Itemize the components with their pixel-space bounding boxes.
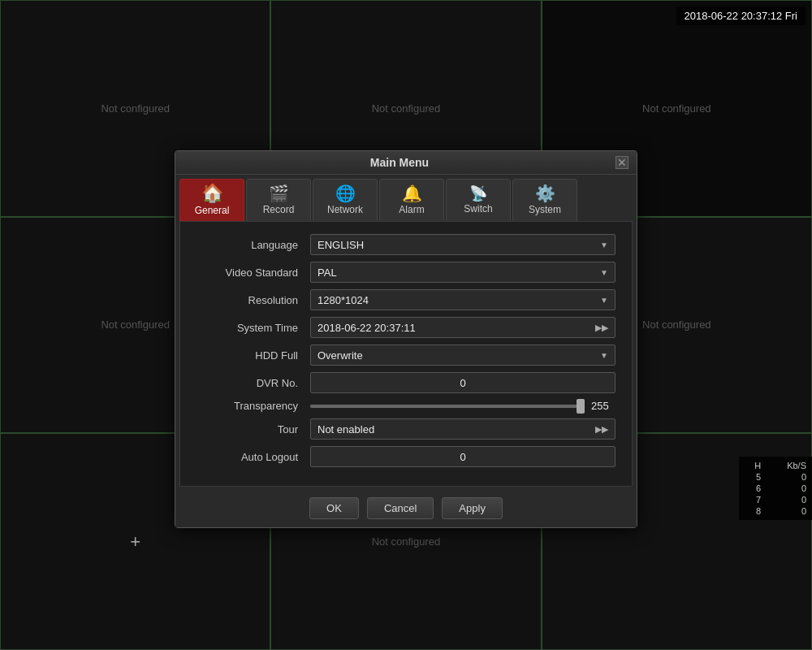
video-standard-dropdown[interactable]: PAL xyxy=(310,262,615,283)
stats-row-1-ch: 5 xyxy=(742,471,763,483)
transparency-slider-thumb[interactable] xyxy=(577,399,585,414)
transparency-value: 255 xyxy=(591,400,615,412)
auto-logout-label: Auto Logout xyxy=(197,451,310,463)
system-icon: ⚙️ xyxy=(535,185,555,202)
tour-value: Not enabled xyxy=(317,423,374,436)
stats-row-3-ch: 7 xyxy=(742,494,763,505)
dvr-no-field[interactable]: 0 xyxy=(310,372,615,393)
camera-cell-8-label: Not configured xyxy=(372,535,441,548)
tour-label: Tour xyxy=(197,423,310,436)
resolution-label: Resolution xyxy=(197,294,310,306)
language-dropdown[interactable]: ENGLISH xyxy=(310,234,615,255)
language-value: ENGLISH xyxy=(317,239,364,251)
tab-system-label: System xyxy=(529,204,561,215)
tour-field[interactable]: Not enabled ▶▶ xyxy=(310,418,615,440)
tab-general-label: General xyxy=(195,205,230,216)
apply-button[interactable]: Apply xyxy=(442,497,503,519)
resolution-dropdown[interactable]: 1280*1024 xyxy=(310,289,615,310)
tab-bar: 🏠 General 🎬 Record 🌐 Network 🔔 Alarm 📡 S… xyxy=(175,175,637,221)
resolution-value: 1280*1024 xyxy=(317,294,369,306)
stats-row-3-val: 0 xyxy=(763,494,809,505)
stats-row-2-ch: 6 xyxy=(742,483,763,494)
network-icon: 🌐 xyxy=(335,185,356,202)
main-menu-dialog: Main Menu ✕ 🏠 General 🎬 Record 🌐 Network… xyxy=(175,150,637,528)
tab-record-label: Record xyxy=(263,204,295,215)
camera-cell-6-label: Not configured xyxy=(642,318,711,331)
stats-header-h: H xyxy=(742,460,763,471)
stats-header-kbs: Kb/S xyxy=(763,460,809,471)
form-area: Language ENGLISH Video Standard PAL Reso… xyxy=(179,221,633,487)
cancel-button[interactable]: Cancel xyxy=(367,497,434,519)
dialog-title-bar: Main Menu ✕ xyxy=(175,151,637,175)
stats-row-1-val: 0 xyxy=(763,471,809,483)
language-label: Language xyxy=(197,239,310,251)
tab-network-label: Network xyxy=(327,204,363,215)
timestamp: 2018-06-22 20:37:12 Fri xyxy=(676,6,806,25)
add-camera-icon: + xyxy=(130,531,140,552)
record-icon: 🎬 xyxy=(269,185,289,202)
hdd-full-dropdown[interactable]: Overwrite xyxy=(310,344,615,366)
transparency-label: Transparency xyxy=(197,400,310,412)
dialog-close-button[interactable]: ✕ xyxy=(615,156,628,169)
system-time-arrows: ▶▶ xyxy=(595,323,608,333)
stats-row-2-val: 0 xyxy=(763,483,809,494)
tab-record[interactable]: 🎬 Record xyxy=(246,179,311,221)
transparency-slider-fill xyxy=(310,405,579,408)
system-time-field[interactable]: 2018-06-22 20:37:11 ▶▶ xyxy=(310,317,615,338)
dialog-buttons: OK Cancel Apply xyxy=(175,491,637,527)
auto-logout-row: Auto Logout 0 xyxy=(197,446,615,467)
language-row: Language ENGLISH xyxy=(197,234,615,255)
stats-row-4-ch: 8 xyxy=(742,505,763,517)
auto-logout-value: 0 xyxy=(460,451,465,463)
resolution-row: Resolution 1280*1024 xyxy=(197,289,615,310)
system-time-value: 2018-06-22 20:37:11 xyxy=(317,322,416,334)
alarm-icon: 🔔 xyxy=(402,185,422,202)
camera-cell-3-label: Not configured xyxy=(642,102,711,115)
system-time-row: System Time 2018-06-22 20:37:11 ▶▶ xyxy=(197,317,615,338)
tour-row: Tour Not enabled ▶▶ xyxy=(197,418,615,440)
transparency-row: Transparency 255 xyxy=(197,400,615,412)
tab-switch[interactable]: 📡 Switch xyxy=(446,179,511,221)
dvr-no-label: DVR No. xyxy=(197,377,310,389)
switch-icon: 📡 xyxy=(469,186,487,201)
dvr-no-row: DVR No. 0 xyxy=(197,372,615,393)
ok-button[interactable]: OK xyxy=(309,497,359,519)
hdd-full-label: HDD Full xyxy=(197,349,310,362)
tab-network[interactable]: 🌐 Network xyxy=(313,179,378,221)
dvr-no-value: 0 xyxy=(460,377,465,389)
hdd-full-value: Overwrite xyxy=(317,349,363,362)
transparency-slider-container: 255 xyxy=(310,400,615,412)
video-standard-value: PAL xyxy=(317,266,337,279)
general-icon: 🏠 xyxy=(201,184,223,202)
tab-system[interactable]: ⚙️ System xyxy=(512,179,577,221)
camera-cell-4-label: Not configured xyxy=(101,318,170,331)
tab-general[interactable]: 🏠 General xyxy=(179,179,244,221)
camera-cell-1-label: Not configured xyxy=(101,102,170,115)
video-standard-row: Video Standard PAL xyxy=(197,262,615,283)
tab-switch-label: Switch xyxy=(464,203,492,214)
tab-alarm[interactable]: 🔔 Alarm xyxy=(379,179,444,221)
stats-panel: H Kb/S 5 0 6 0 7 0 8 0 xyxy=(739,457,812,520)
hdd-full-row: HDD Full Overwrite xyxy=(197,344,615,366)
tour-arrows: ▶▶ xyxy=(595,424,608,435)
dialog-title: Main Menu xyxy=(184,156,615,169)
video-standard-label: Video Standard xyxy=(197,266,310,279)
camera-cell-2-label: Not configured xyxy=(372,102,441,115)
auto-logout-field[interactable]: 0 xyxy=(310,446,615,467)
stats-row-4-val: 0 xyxy=(763,505,809,517)
tab-alarm-label: Alarm xyxy=(399,204,424,215)
transparency-slider-track[interactable] xyxy=(310,405,585,408)
system-time-label: System Time xyxy=(197,322,310,334)
